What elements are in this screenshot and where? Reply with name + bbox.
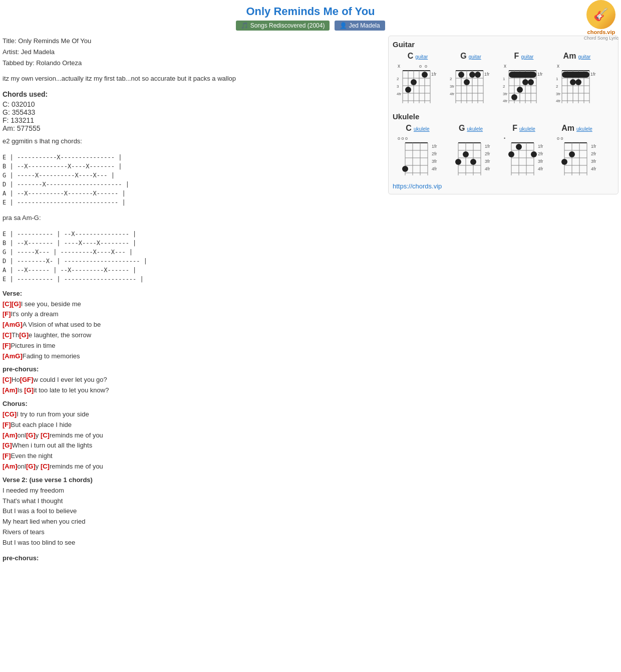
- svg-point-96: [402, 166, 408, 172]
- chord-diagram-am-guitar: Am guitar x 1fr: [552, 52, 602, 107]
- main-container: Title: Only Reminds Me Of You Artist: Je…: [0, 36, 621, 564]
- chord-diagram-g-ukulele: G ukulele 1fr 2fr: [446, 124, 496, 179]
- svg-point-36: [475, 72, 481, 78]
- svg-text:2fr: 2fr: [485, 151, 490, 156]
- svg-text:1fr: 1fr: [431, 72, 437, 77]
- svg-point-34: [464, 79, 470, 85]
- chords-used-title: Chords used:: [3, 90, 383, 98]
- tab-amg-block: E | ---------- | --X--------------- | B …: [3, 230, 383, 284]
- svg-point-16: [411, 79, 417, 85]
- chorus-line-6: [Am]onl[G]y [C]reminds me of you: [3, 462, 383, 472]
- pre-chorus2-label: pre-chorus:: [3, 554, 383, 562]
- svg-point-35: [469, 72, 475, 78]
- chord-svg-am-guitar: x 1fr: [554, 61, 599, 106]
- svg-text:4fr: 4fr: [432, 166, 437, 171]
- song-artist-line: Artist: Jed Madela: [3, 47, 383, 58]
- svg-text:3fr: 3fr: [450, 84, 455, 89]
- logo-brand: chords.vip: [587, 29, 615, 36]
- pra-label: pra sa Am-G:: [3, 213, 383, 223]
- svg-point-15: [422, 72, 428, 78]
- svg-text:2: 2: [397, 77, 399, 81]
- logo-icon: 🎸: [586, 0, 615, 29]
- pre-chorus-label: pre-chorus:: [3, 365, 383, 373]
- svg-text:4fr: 4fr: [556, 99, 561, 103]
- svg-text:2fr: 2fr: [538, 151, 543, 156]
- svg-text:o o o: o o o: [398, 136, 408, 141]
- svg-point-112: [470, 159, 476, 165]
- svg-text:3fr: 3fr: [538, 159, 543, 164]
- chorus-line-2: [F]But each place I hide: [3, 420, 383, 430]
- svg-text:1fr: 1fr: [484, 72, 490, 77]
- chords-used-section: Chords used: C: 032010 G: 355433 F: 1332…: [3, 90, 383, 132]
- artist-tag[interactable]: 👤 Jed Madela: [335, 21, 385, 31]
- chord-svg-am-ukulele: o o 1fr 2fr 3fr 4fr: [554, 133, 599, 178]
- url-line[interactable]: https://chords.vip: [393, 182, 614, 190]
- note-text: e2 ggmitin s lhat ng chords:: [3, 136, 383, 147]
- chord-svg-c-guitar: x 1fr: [395, 61, 440, 106]
- svg-point-127: [516, 144, 522, 150]
- chord-c: C: 032010: [3, 100, 383, 108]
- verse-line-3: [AmG]A Vision of what used to be: [3, 320, 383, 330]
- tab-amg-line-3: G | -----X--- | ---------X----X--- |: [3, 248, 383, 257]
- chord-diagram-g-guitar: G guitar 1fr: [446, 52, 496, 107]
- svg-text:x: x: [504, 63, 506, 69]
- verse-label: Verse:: [3, 290, 383, 297]
- svg-point-77: [570, 79, 576, 85]
- svg-text:4fr: 4fr: [591, 166, 596, 171]
- tab-intro-line-5: A | --X----------X-------X------ |: [3, 189, 383, 198]
- chorus-line-5: [F]Even the night: [3, 451, 383, 462]
- chord-g: G: 355433: [3, 108, 383, 116]
- tab-intro-line-1: E | -----------X--------------- |: [3, 153, 383, 162]
- svg-point-55: [522, 79, 528, 85]
- svg-text:1: 1: [556, 77, 558, 81]
- guitar-panel: Guitar C guitar x 1fr: [388, 36, 618, 194]
- svg-text:•: •: [504, 136, 505, 141]
- verse-line-5: [F]Pictures in time: [3, 341, 383, 351]
- song-title-line: Title: Only Reminds Me Of You: [3, 36, 383, 47]
- svg-text:4fr: 4fr: [503, 99, 508, 103]
- svg-text:o: o: [425, 64, 427, 69]
- tab-intro-line-2: B | --X-----------X----X------- |: [3, 162, 383, 171]
- svg-text:x: x: [398, 63, 400, 69]
- svg-point-57: [511, 94, 517, 100]
- chorus-line-4: [G]When i turn out all the lights: [3, 440, 383, 451]
- svg-point-145: [561, 159, 567, 165]
- album-tag[interactable]: 🎵 Songs Rediscovered (2004): [236, 21, 330, 31]
- svg-text:4fr: 4fr: [450, 92, 455, 96]
- chord-diagram-c-guitar: C guitar x 1fr: [393, 52, 443, 107]
- svg-text:3: 3: [397, 84, 399, 89]
- right-column: Guitar C guitar x 1fr: [388, 36, 618, 564]
- svg-text:4fr: 4fr: [538, 166, 543, 171]
- tab-amg-line-1: E | ---------- | --X--------------- |: [3, 230, 383, 239]
- svg-text:2: 2: [503, 84, 505, 89]
- tab-amg-line-6: E | ---------- | -------------------- |: [3, 275, 383, 284]
- left-column: Title: Only Reminds Me Of You Artist: Je…: [3, 36, 388, 564]
- chord-diagram-f-guitar: F guitar x 1fr: [499, 52, 549, 107]
- chorus-line-1: [CG]I try to run from your side: [3, 409, 383, 420]
- svg-point-144: [569, 151, 575, 157]
- tab-intro-block: E | -----------X--------------- | B | --…: [3, 153, 383, 207]
- svg-text:1: 1: [503, 77, 505, 81]
- svg-text:3fr: 3fr: [591, 159, 596, 164]
- tags-row: 🎵 Songs Rediscovered (2004) 👤 Jed Madela: [0, 21, 621, 31]
- ukulele-section-title: Ukulele: [393, 112, 614, 121]
- verse2-lines: I needed my freedomThat's what I thought…: [3, 486, 383, 548]
- intro-note: itz my own version...actually itz my fir…: [3, 74, 383, 84]
- svg-text:4fr: 4fr: [485, 166, 490, 171]
- song-info: Title: Only Reminds Me Of You Artist: Je…: [3, 36, 383, 69]
- svg-point-128: [531, 151, 537, 157]
- guitar-section-title: Guitar: [393, 40, 614, 49]
- svg-point-76: [575, 79, 581, 85]
- chord-am: Am: 577555: [3, 124, 383, 132]
- ukulele-diagrams-row: C ukulele o o o 1fr: [393, 124, 614, 179]
- guitar-diagrams-row: C guitar x 1fr: [393, 52, 614, 107]
- svg-text:1fr: 1fr: [537, 72, 543, 77]
- svg-text:2: 2: [450, 77, 452, 81]
- svg-text:2fr: 2fr: [432, 151, 437, 156]
- svg-point-56: [517, 87, 523, 93]
- chord-diagram-f-ukulele: F ukulele 1fr 2fr: [499, 124, 549, 179]
- tab-amg-line-2: B | --X------- | ----X----X-------- |: [3, 239, 383, 248]
- logo-area: 🎸 chords.vip Chord Song Lyric: [584, 0, 618, 41]
- verse-line-6: [AmG]Fading to memories: [3, 351, 383, 362]
- chord-svg-f-ukulele: 1fr 2fr 3fr 4fr •: [501, 133, 546, 178]
